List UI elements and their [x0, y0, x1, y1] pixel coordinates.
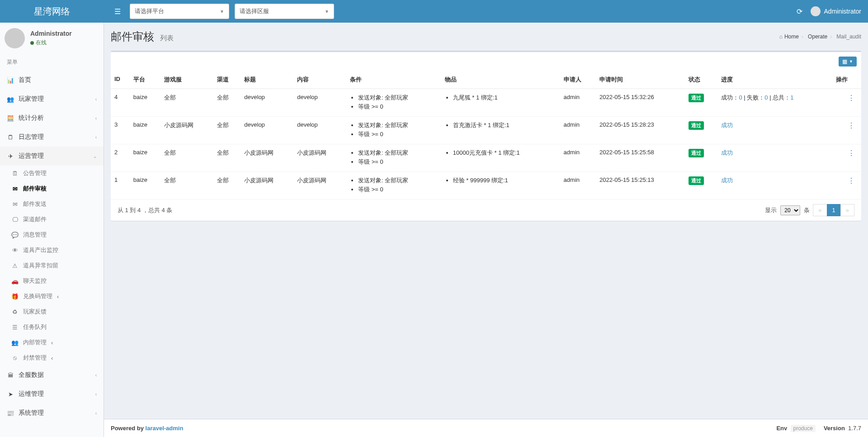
sidebar-toggle-icon[interactable]: ☰ [111, 7, 124, 16]
submenu-label: 任务队列 [23, 323, 47, 331]
sidebar-subitem[interactable]: ✉邮件发送 [0, 196, 104, 212]
cell-conditions: 发送对象: 全部玩家等级 >= 0 [346, 89, 441, 117]
cell-id: 2 [111, 144, 130, 172]
columns-toggle-button[interactable]: ▦ ▼ [839, 57, 857, 66]
footer-powered-link[interactable]: laravel-admin [146, 425, 184, 432]
cell-time: 2022-05-15 15:32:26 [596, 89, 685, 117]
row-menu-icon[interactable]: ⋮ [845, 177, 858, 185]
menu-icon: ✈ [7, 153, 14, 160]
status-badge: 通过 [689, 121, 704, 130]
page-item[interactable]: 1 [827, 204, 841, 216]
main-sidebar: Administrator 在线 菜单 📊首页👥玩家管理‹🧮统计分析‹🗒日志管理… [0, 23, 104, 437]
chevron-icon: ‹ [51, 355, 53, 361]
table-header-cell: 申请人 [560, 71, 596, 89]
status-badge: 通过 [689, 176, 704, 185]
sidebar-subitem[interactable]: 👥内部管理‹ [0, 335, 104, 350]
status-dot-icon [30, 41, 34, 45]
sidebar-subitem[interactable]: ✉邮件审核 [0, 181, 104, 196]
navbar-right: ⟳ Administrator [797, 6, 861, 16]
perpage-label: 显示 [765, 206, 777, 214]
brand-logo[interactable]: 星湾网络 [0, 0, 104, 23]
sidebar-subitem[interactable]: ☰任务队列 [0, 319, 104, 335]
condition-item: 等级 >= 0 [358, 103, 438, 111]
breadcrumb-item[interactable]: Operate [802, 33, 827, 40]
sidebar-item[interactable]: 🏛全服数据‹ [0, 366, 104, 385]
cell-server: 小皮源码网 [160, 117, 213, 144]
cell-time: 2022-05-15 15:25:13 [596, 172, 685, 200]
sidebar-item[interactable]: ✈运营管理⌄ [0, 147, 104, 166]
server-select[interactable]: 请选择区服 ▼ [235, 4, 334, 19]
row-menu-icon[interactable]: ⋮ [845, 122, 858, 129]
submenu-label: 道具异常扣留 [23, 261, 58, 270]
sidebar-menu: 📊首页👥玩家管理‹🧮统计分析‹🗒日志管理‹✈运营管理⌄🗓公告管理✉邮件审核✉邮件… [0, 71, 104, 423]
cell-server: 全部 [160, 172, 213, 200]
cell-id: 3 [111, 117, 130, 144]
sidebar-subitem[interactable]: 🚗聊天监控 [0, 273, 104, 289]
submenu-icon: ⦸ [11, 354, 19, 361]
sidebar-subitem[interactable]: 👁道具产出监控 [0, 242, 104, 258]
sidebar-item[interactable]: 👥玩家管理‹ [0, 90, 104, 109]
sidebar-item[interactable]: 🗒日志管理‹ [0, 128, 104, 147]
cell-actions: ⋮ [832, 144, 861, 172]
submenu-icon: 👥 [11, 339, 19, 346]
sidebar-item[interactable]: ➤运维管理‹ [0, 385, 104, 404]
refresh-icon[interactable]: ⟳ [797, 7, 802, 16]
platform-select[interactable]: 请选择平台 ▼ [130, 4, 229, 19]
server-select-text: 请选择区服 [240, 7, 269, 15]
menu-icon: 🧮 [7, 115, 14, 122]
menu-icon: 🗒 [7, 134, 14, 141]
submenu-icon: 🗓 [11, 170, 19, 177]
breadcrumb-item[interactable]: ⌂ Home [779, 33, 799, 40]
pagination: «1» [813, 204, 854, 216]
user-avatar-icon [811, 6, 821, 16]
goods-item: 首充激活卡 * 1 绑定:1 [453, 121, 557, 129]
caret-down-icon: ▼ [220, 9, 224, 14]
sidebar-item[interactable]: 📊首页 [0, 71, 104, 90]
menu-label: 玩家管理 [19, 95, 44, 103]
cell-title: develop [241, 117, 293, 144]
menu-icon: 👥 [7, 96, 14, 103]
caret-down-icon: ▼ [325, 9, 329, 14]
condition-item: 发送对象: 全部玩家 [358, 149, 438, 157]
condition-item: 发送对象: 全部玩家 [358, 94, 438, 102]
page-item[interactable]: « [813, 204, 827, 216]
box-body: ID平台游戏服渠道标题内容条件物品申请人申请时间状态进度操作 4 baize 全… [111, 71, 861, 199]
cell-applicant: admin [560, 144, 596, 172]
sidebar-subitem[interactable]: ⦸封禁管理‹ [0, 350, 104, 366]
row-menu-icon[interactable]: ⋮ [845, 149, 858, 157]
page-item[interactable]: » [840, 204, 854, 216]
table-header-cell: 游戏服 [160, 71, 213, 89]
submenu-icon: ✉ [11, 201, 19, 208]
submenu-label: 聊天监控 [23, 277, 47, 285]
footer-env: Env produce [776, 425, 815, 432]
sidebar-subitem[interactable]: ♻玩家反馈 [0, 304, 104, 319]
home-icon: ⌂ [779, 33, 783, 40]
sidebar-item[interactable]: 📰系统管理‹ [0, 404, 104, 423]
table-header-cell: 进度 [717, 71, 832, 89]
menu-icon: 🏛 [7, 372, 14, 379]
table-header-cell: 标题 [241, 71, 293, 89]
perpage-select[interactable]: 20 [780, 205, 800, 215]
table-header-cell: 物品 [441, 71, 560, 89]
cell-progress: 成功 [717, 172, 832, 200]
submenu-icon: 💬 [11, 232, 19, 238]
cell-content: 小皮源码网 [293, 172, 346, 200]
submenu-label: 邮件审核 [23, 185, 47, 193]
cell-id: 1 [111, 172, 130, 200]
sidebar-subitem[interactable]: ⚠道具异常扣留 [0, 258, 104, 273]
footer-env-label: Env [776, 425, 787, 432]
goods-item: 10000元充值卡 * 1 绑定:1 [453, 149, 557, 157]
user-menu[interactable]: Administrator [811, 6, 861, 16]
sidebar-subitem[interactable]: 💬消息管理 [0, 227, 104, 242]
sidebar-subitem[interactable]: 🖵渠道邮件 [0, 212, 104, 227]
row-menu-icon[interactable]: ⋮ [845, 94, 858, 102]
cell-id: 4 [111, 89, 130, 117]
sidebar-subitem[interactable]: 🎁兑换码管理‹ [0, 289, 104, 304]
sidebar-status: 在线 [30, 39, 72, 47]
page-title: 邮件审核 列表 [111, 29, 174, 44]
sidebar-subitem[interactable]: 🗓公告管理 [0, 166, 104, 181]
breadcrumb: ⌂ HomeOperateMail_audit [779, 33, 861, 40]
sidebar-item[interactable]: 🧮统计分析‹ [0, 109, 104, 128]
menu-label: 运营管理 [19, 152, 44, 160]
cell-progress: 成功：0 | 失败：0 | 总共：1 [717, 89, 832, 117]
